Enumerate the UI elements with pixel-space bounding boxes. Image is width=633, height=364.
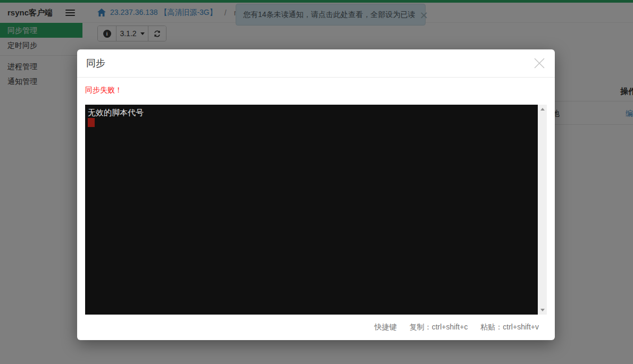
- sync-modal: 同步 同步失败！ 无效的脚本代号 快捷键 复制：ctrl+shift+c 粘贴：…: [77, 49, 555, 340]
- modal-header: 同步: [77, 49, 555, 78]
- paste-shortcut: 粘贴：ctrl+shift+v: [480, 323, 539, 331]
- scroll-up-icon[interactable]: [540, 108, 545, 111]
- scroll-down-icon[interactable]: [540, 309, 545, 311]
- sync-error-message: 同步失败！: [85, 85, 547, 95]
- terminal-scrollbar[interactable]: [538, 105, 547, 315]
- modal-close-button[interactable]: [533, 57, 546, 70]
- shortcuts-title: 快捷键: [374, 323, 397, 331]
- terminal-output[interactable]: 无效的脚本代号: [85, 105, 538, 315]
- close-icon: [534, 57, 545, 69]
- terminal-container: 无效的脚本代号: [85, 105, 547, 315]
- modal-body: 同步失败！ 无效的脚本代号 快捷键 复制：ctrl+shift+c 粘贴：ctr…: [77, 85, 555, 332]
- terminal-cursor: [88, 118, 95, 127]
- modal-footer-shortcuts: 快捷键 复制：ctrl+shift+c 粘贴：ctrl+shift+v: [85, 321, 547, 332]
- copy-shortcut: 复制：ctrl+shift+c: [410, 323, 468, 331]
- modal-title: 同步: [86, 57, 105, 70]
- terminal-line: 无效的脚本代号: [88, 108, 538, 117]
